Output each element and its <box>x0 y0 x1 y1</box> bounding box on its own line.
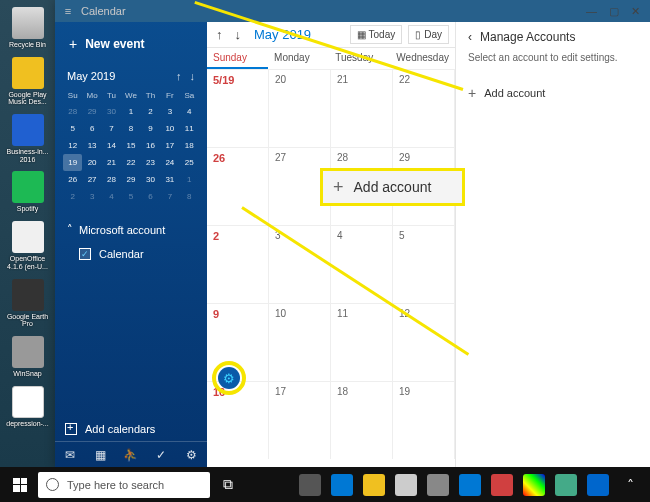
mini-day[interactable]: 8 <box>180 188 199 205</box>
mini-day[interactable]: 21 <box>102 154 121 171</box>
mini-day[interactable]: 26 <box>63 171 82 188</box>
mini-day[interactable]: 6 <box>141 188 160 205</box>
add-calendars-button[interactable]: Add calendars <box>65 423 155 435</box>
taskbar-app[interactable] <box>552 471 580 499</box>
mini-day[interactable]: 23 <box>141 154 160 171</box>
taskbar-app[interactable] <box>296 471 324 499</box>
mini-day[interactable]: 17 <box>160 137 179 154</box>
day-view-button[interactable]: ▯ Day <box>408 25 449 44</box>
mini-day[interactable]: 8 <box>121 120 140 137</box>
minimize-button[interactable]: — <box>586 5 597 18</box>
desktop-icon[interactable]: Google Play Music Des... <box>4 57 52 106</box>
mini-day[interactable]: 22 <box>121 154 140 171</box>
calendar-cell[interactable]: 11 <box>331 303 393 381</box>
mini-day[interactable]: 18 <box>180 137 199 154</box>
calendar-cell[interactable]: 22 <box>393 69 455 147</box>
mini-day[interactable]: 27 <box>82 171 101 188</box>
calendar-cell[interactable]: 16 <box>207 381 269 459</box>
mini-day[interactable]: 11 <box>180 120 199 137</box>
menu-icon[interactable]: ≡ <box>61 5 75 17</box>
desktop-icon[interactable]: depression-... <box>4 386 52 428</box>
taskbar-app[interactable] <box>520 471 548 499</box>
checkbox-checked-icon[interactable]: ✓ <box>79 248 91 260</box>
tray-up-icon[interactable]: ˄ <box>616 471 644 499</box>
mini-day[interactable]: 29 <box>121 171 140 188</box>
taskbar-app[interactable] <box>456 471 484 499</box>
calendar-cell[interactable]: 17 <box>269 381 331 459</box>
desktop-icon[interactable]: Google Earth Pro <box>4 279 52 328</box>
mini-day[interactable]: 25 <box>180 154 199 171</box>
taskbar-app[interactable] <box>328 471 356 499</box>
calendar-cell[interactable]: 21 <box>331 69 393 147</box>
mini-day[interactable]: 29 <box>82 103 101 120</box>
mini-day[interactable]: 3 <box>160 103 179 120</box>
settings-icon[interactable]: ⚙ <box>185 448 199 462</box>
mini-day[interactable]: 30 <box>141 171 160 188</box>
mini-month-label[interactable]: May 2019 <box>67 70 115 82</box>
mini-day[interactable]: 1 <box>121 103 140 120</box>
mini-day[interactable]: 16 <box>141 137 160 154</box>
mini-day[interactable]: 7 <box>102 120 121 137</box>
maximize-button[interactable]: ▢ <box>609 5 619 18</box>
calendar-cell[interactable]: 5 <box>393 225 455 303</box>
mini-day[interactable]: 6 <box>82 120 101 137</box>
desktop-icon[interactable]: OpenOffice 4.1.6 (en-U... <box>4 221 52 270</box>
calendar-cell[interactable]: 5/19 <box>207 69 269 147</box>
mini-day[interactable]: 19 <box>63 154 82 171</box>
account-header[interactable]: ˄ Microsoft account <box>65 217 197 242</box>
calendar-cell[interactable]: 18 <box>331 381 393 459</box>
calendar-cell[interactable]: 4 <box>331 225 393 303</box>
task-view-icon[interactable]: ⧉ <box>214 471 242 499</box>
start-button[interactable] <box>6 471 34 499</box>
taskbar-app[interactable] <box>584 471 612 499</box>
mini-day[interactable]: 13 <box>82 137 101 154</box>
mini-prev-icon[interactable]: ↑ <box>176 70 182 82</box>
mini-day[interactable]: 4 <box>180 103 199 120</box>
prev-week-icon[interactable]: ↑ <box>213 27 226 42</box>
calendar-cell[interactable]: 10 <box>269 303 331 381</box>
mini-day[interactable]: 2 <box>141 103 160 120</box>
desktop-icon[interactable]: Recycle Bin <box>4 7 52 49</box>
desktop-icon[interactable]: WinSnap <box>4 336 52 378</box>
mini-next-icon[interactable]: ↓ <box>190 70 196 82</box>
back-icon[interactable]: ‹ <box>468 30 472 44</box>
mini-day[interactable]: 20 <box>82 154 101 171</box>
taskbar-app[interactable] <box>488 471 516 499</box>
desktop-icon[interactable]: Business-in... 2016 <box>4 114 52 163</box>
mini-day[interactable]: 28 <box>102 171 121 188</box>
calendar-icon[interactable]: ▦ <box>94 448 108 462</box>
mini-day[interactable]: 12 <box>63 137 82 154</box>
taskbar-search[interactable]: Type here to search <box>38 472 210 498</box>
calendar-cell[interactable]: 19 <box>393 381 455 459</box>
mini-day[interactable]: 24 <box>160 154 179 171</box>
mini-day[interactable]: 3 <box>82 188 101 205</box>
mini-day[interactable]: 1 <box>180 171 199 188</box>
calendar-cell[interactable]: 20 <box>269 69 331 147</box>
mini-day[interactable]: 5 <box>63 120 82 137</box>
taskbar-app[interactable] <box>392 471 420 499</box>
calendar-cell[interactable]: 2 <box>207 225 269 303</box>
mini-day[interactable]: 7 <box>160 188 179 205</box>
mini-day[interactable]: 15 <box>121 137 140 154</box>
mini-day[interactable]: 28 <box>63 103 82 120</box>
mini-day[interactable]: 5 <box>121 188 140 205</box>
account-calendar-item[interactable]: ✓ Calendar <box>65 242 197 266</box>
mini-day[interactable]: 31 <box>160 171 179 188</box>
taskbar-app[interactable] <box>424 471 452 499</box>
calendar-cell[interactable]: 26 <box>207 147 269 225</box>
taskbar-app[interactable] <box>360 471 388 499</box>
calendar-cell[interactable]: 3 <box>269 225 331 303</box>
mini-day[interactable]: 9 <box>141 120 160 137</box>
todo-icon[interactable]: ✓ <box>154 448 168 462</box>
people-icon[interactable]: ⛹ <box>124 448 138 462</box>
mini-day[interactable]: 30 <box>102 103 121 120</box>
mini-day[interactable]: 10 <box>160 120 179 137</box>
mini-day[interactable]: 2 <box>63 188 82 205</box>
new-event-button[interactable]: + New event <box>55 22 207 66</box>
close-button[interactable]: ✕ <box>631 5 640 18</box>
mail-icon[interactable]: ✉ <box>63 448 77 462</box>
mini-day[interactable]: 14 <box>102 137 121 154</box>
today-button[interactable]: ▦ Today <box>350 25 403 44</box>
add-account-button[interactable]: + Add account <box>468 79 638 107</box>
next-week-icon[interactable]: ↓ <box>232 27 245 42</box>
